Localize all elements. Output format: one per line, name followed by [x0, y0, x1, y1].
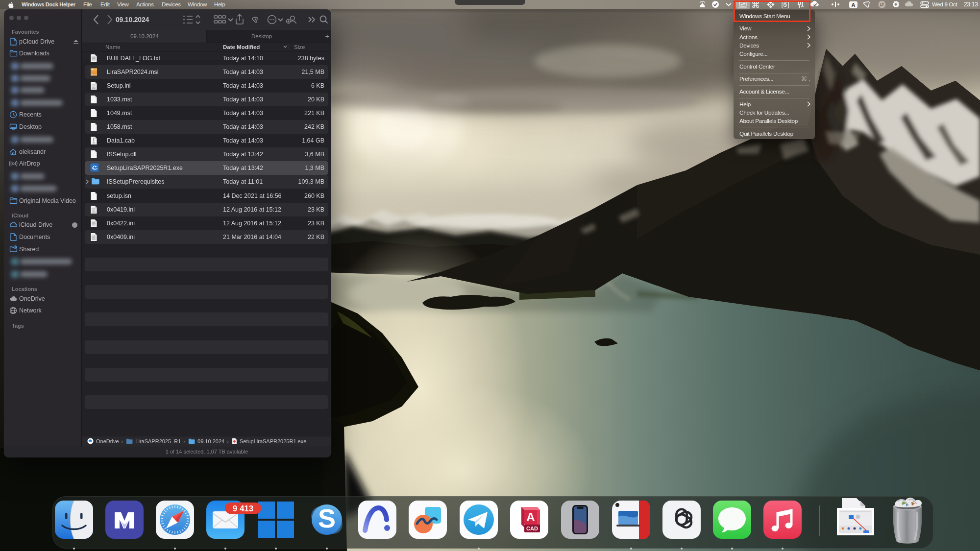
svg-text:9 413: 9 413 [233, 504, 254, 513]
svg-text:A: A [526, 510, 535, 524]
svg-text:CAD: CAD [526, 526, 538, 531]
svg-text:S: S [318, 503, 336, 533]
